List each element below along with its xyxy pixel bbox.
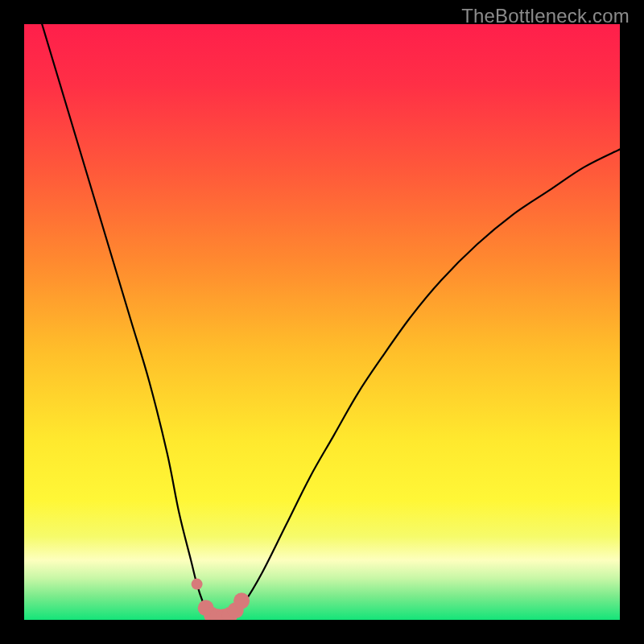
bottleneck-curve (42, 24, 620, 620)
marker-dot (192, 579, 203, 590)
chart-frame: TheBottleneck.com (0, 0, 644, 644)
curve-layer (24, 24, 620, 620)
marker-dot (233, 592, 250, 609)
flat-bottom-markers (192, 579, 250, 620)
plot-area (24, 24, 620, 620)
watermark-text: TheBottleneck.com (461, 5, 630, 27)
